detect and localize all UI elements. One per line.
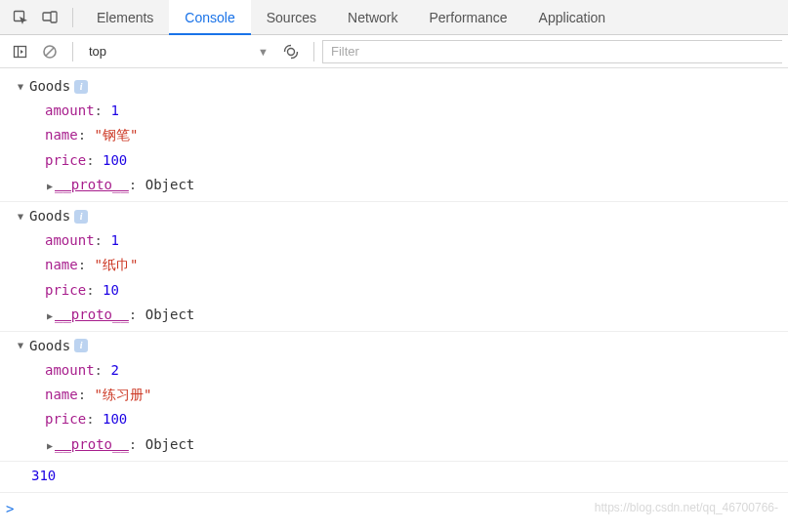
proto-row[interactable]: ▶__proto__: Object — [45, 173, 788, 197]
divider — [72, 8, 73, 27]
property-row: name: "钢笔" — [45, 123, 788, 147]
svg-rect-3 — [15, 46, 26, 57]
clear-console-icon[interactable] — [38, 40, 62, 63]
proto-row[interactable]: ▶__proto__: Object — [45, 303, 788, 327]
expand-arrow-right-icon: ▶ — [45, 307, 55, 325]
expand-arrow-down-icon: ▼ — [16, 337, 25, 354]
console-log-entry: ▼ Goods i amount: 2 name: "练习册" price: 1… — [0, 332, 788, 462]
devtools-tabbar: Elements Console Sources Network Perform… — [0, 0, 788, 35]
property-row: amount: 1 — [45, 99, 788, 123]
inspect-icon[interactable] — [9, 6, 32, 29]
expand-arrow-right-icon: ▶ — [45, 178, 55, 195]
execution-context-select[interactable]: top ▼ — [81, 41, 276, 62]
tab-performance[interactable]: Performance — [413, 0, 522, 35]
property-row: amount: 2 — [45, 358, 788, 383]
live-expression-icon[interactable] — [279, 40, 303, 63]
expand-arrow-right-icon: ▶ — [45, 437, 55, 455]
proto-row[interactable]: ▶__proto__: Object — [45, 432, 788, 457]
object-properties: amount: 1 name: "纸巾" price: 10 ▶__proto_… — [16, 228, 788, 327]
property-row: name: "练习册" — [45, 383, 788, 407]
object-properties: amount: 1 name: "钢笔" price: 100 ▶__proto… — [16, 99, 788, 197]
console-log-entry: ▼ Goods i amount: 1 name: "钢笔" price: 10… — [0, 72, 788, 202]
console-log-entry: ▼ Goods i amount: 1 name: "纸巾" price: 10… — [0, 202, 788, 332]
object-class-name: Goods — [29, 74, 70, 99]
tab-network[interactable]: Network — [332, 0, 413, 35]
result-value: 310 — [16, 464, 788, 488]
device-toolbar-icon[interactable] — [38, 6, 62, 29]
tab-sources[interactable]: Sources — [251, 0, 332, 35]
property-row: price: 100 — [45, 148, 788, 173]
context-label: top — [89, 44, 106, 59]
expand-arrow-down-icon: ▼ — [16, 208, 25, 225]
expand-arrow-down-icon: ▼ — [16, 78, 25, 96]
object-class-name: Goods — [29, 204, 70, 228]
tab-application[interactable]: Application — [523, 0, 622, 35]
object-header[interactable]: ▼ Goods i — [16, 334, 788, 358]
object-properties: amount: 2 name: "练习册" price: 100 ▶__prot… — [16, 358, 788, 457]
svg-point-5 — [288, 48, 295, 55]
tab-elements[interactable]: Elements — [81, 0, 169, 35]
object-class-name: Goods — [29, 334, 70, 358]
divider — [313, 42, 314, 61]
info-icon[interactable]: i — [74, 210, 88, 224]
console-output: ▼ Goods i amount: 1 name: "钢笔" price: 10… — [0, 68, 788, 525]
watermark-text: https://blog.csdn.net/qq_46700766- — [595, 501, 778, 514]
info-icon[interactable]: i — [74, 80, 88, 94]
sidebar-toggle-icon[interactable] — [9, 40, 32, 63]
svg-rect-2 — [51, 12, 57, 22]
object-header[interactable]: ▼ Goods i — [16, 204, 788, 228]
console-toolbar: top ▼ — [0, 35, 788, 68]
property-row: price: 100 — [45, 407, 788, 431]
object-header[interactable]: ▼ Goods i — [16, 74, 788, 99]
chevron-down-icon: ▼ — [258, 46, 269, 58]
divider — [72, 42, 73, 61]
info-icon[interactable]: i — [74, 339, 88, 352]
console-log-entry: 310 — [0, 462, 788, 493]
filter-input[interactable] — [322, 40, 782, 63]
property-row: name: "纸巾" — [45, 253, 788, 277]
tab-console[interactable]: Console — [169, 0, 250, 35]
property-row: amount: 1 — [45, 228, 788, 253]
property-row: price: 10 — [45, 278, 788, 303]
